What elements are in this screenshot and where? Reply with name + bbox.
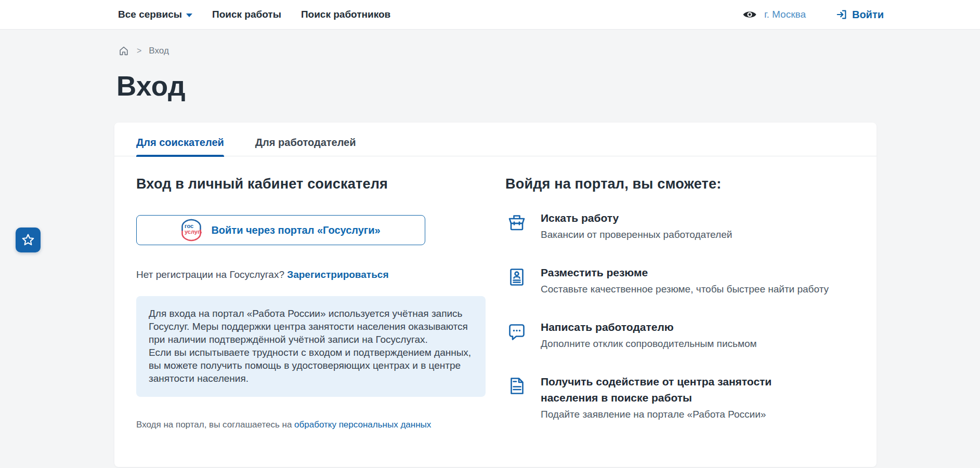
register-link[interactable]: Зарегистрироваться [287, 269, 388, 280]
star-icon [21, 233, 35, 247]
chat-icon [505, 319, 528, 352]
document-icon [505, 373, 528, 422]
login-heading: Вход в личный кабинет соискателя [136, 176, 486, 192]
svg-text:услуги: услуги [185, 229, 202, 235]
benefit-title: Искать работу [541, 210, 732, 226]
consent-text: Входя на портал, вы соглашаетесь на [136, 420, 294, 430]
header-login-button[interactable]: Войти [836, 9, 884, 21]
tab-jobseekers[interactable]: Для соискателей [136, 137, 224, 156]
eye-icon [742, 9, 757, 20]
benefit-item-search-job: Искать работу Вакансии от проверенных ра… [505, 210, 858, 243]
no-registration-text: Нет регистрации на Госуслугах? [136, 269, 287, 280]
tab-employers[interactable]: Для работодателей [255, 137, 356, 156]
benefit-item-employment-center: Получить содействие от центра занятости … [505, 373, 858, 422]
benefit-description: Вакансии от проверенных работодателей [541, 227, 732, 243]
gosuslugi-logo-icon: гос услуги [181, 219, 202, 242]
favorites-fab-button[interactable] [16, 228, 41, 252]
benefits-list: Искать работу Вакансии от проверенных ра… [505, 210, 858, 422]
login-card: Для соискателей Для работодателей Вход в… [114, 123, 877, 467]
benefit-description: Подайте заявление на портале «Работа Рос… [541, 407, 824, 422]
breadcrumb-separator: > [137, 46, 141, 56]
personal-data-link[interactable]: обработку персональных данных [294, 420, 431, 430]
benefit-text: Получить содействие от центра занятости … [541, 373, 824, 422]
chevron-down-icon [186, 14, 192, 17]
login-tabs: Для соискателей Для работодателей [114, 123, 877, 156]
benefits-column: Войдя на портал, вы сможете: [505, 176, 858, 444]
nav-all-services[interactable]: Все сервисы [118, 9, 192, 20]
breadcrumb-home-link[interactable] [118, 45, 129, 57]
nav-employee-search[interactable]: Поиск работников [301, 9, 390, 20]
nav-job-search-label: Поиск работы [212, 9, 281, 20]
briefcase-icon [505, 210, 528, 243]
gosuslugi-button-label: Войти через портал «Госуслуги» [211, 224, 380, 236]
info-box: Для входа на портал «Работа России» испо… [136, 296, 486, 397]
info-paragraph-1: Для входа на портал «Работа России» испо… [149, 307, 473, 346]
top-header: Все сервисы Поиск работы Поиск работнико… [0, 0, 980, 30]
breadcrumb-current: Вход [149, 46, 168, 56]
resume-icon [505, 264, 528, 297]
home-icon [118, 45, 129, 57]
gosuslugi-login-button[interactable]: гос услуги Войти через портал «Госуслуги… [136, 215, 425, 245]
benefits-heading: Войдя на портал, вы сможете: [505, 176, 858, 192]
nav-job-search[interactable]: Поиск работы [212, 9, 281, 20]
nav-employee-search-label: Поиск работников [301, 9, 390, 20]
benefit-text: Разместить резюме Составьте качественное… [541, 264, 829, 297]
card-body: Вход в личный кабинет соискателя гос усл… [114, 156, 877, 444]
benefit-item-write-employer: Написать работодателю Дополните отклик с… [505, 319, 858, 352]
benefit-title: Написать работодателю [541, 319, 757, 335]
main-nav: Все сервисы Поиск работы Поиск работнико… [118, 9, 390, 20]
registration-line: Нет регистрации на Госуслугах? Зарегистр… [136, 269, 486, 280]
nav-all-services-label: Все сервисы [118, 9, 182, 20]
benefit-item-post-resume: Разместить резюме Составьте качественное… [505, 264, 858, 297]
consent-line: Входя на портал, вы соглашаетесь на обра… [136, 420, 486, 430]
location-link[interactable]: г. Москва [764, 9, 806, 20]
info-paragraph-2: Если вы испытываете трудности с входом и… [149, 346, 473, 385]
benefit-title: Получить содействие от центра занятости … [541, 373, 824, 406]
header-login-label: Войти [852, 9, 884, 21]
benefit-text: Искать работу Вакансии от проверенных ра… [541, 210, 732, 243]
benefit-description: Составьте качественное резюме, чтобы быс… [541, 282, 829, 297]
breadcrumb: > Вход [0, 30, 980, 57]
benefit-title: Разместить резюме [541, 264, 824, 280]
login-column: Вход в личный кабинет соискателя гос усл… [136, 176, 486, 444]
benefit-text: Написать работодателю Дополните отклик с… [541, 319, 757, 352]
page-title: Вход [116, 70, 980, 102]
login-arrow-icon [836, 9, 847, 20]
benefit-description: Дополните отклик сопроводительным письмо… [541, 336, 757, 352]
accessibility-eye-button[interactable] [742, 9, 757, 20]
header-right-group: г. Москва Войти [742, 9, 884, 21]
